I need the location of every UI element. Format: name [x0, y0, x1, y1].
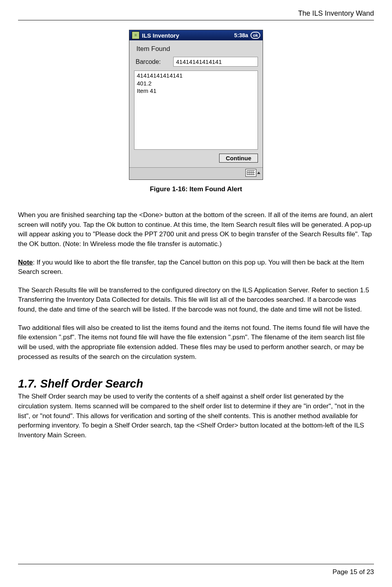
paragraph-4: Two additional files will also be create…	[18, 323, 374, 362]
figure-caption: Figure 1-16: Item Found Alert	[18, 185, 374, 193]
paragraph-1: When you are finished searching tap the …	[18, 210, 374, 249]
app-name: ILS Inventory	[142, 32, 234, 39]
footer-rule	[18, 564, 374, 564]
barcode-field[interactable]: 41414141414141	[173, 57, 258, 67]
footer: Page 15 of 23	[18, 564, 374, 576]
barcode-row: Barcode: 41414141414141	[132, 57, 260, 71]
device-body: Item Found Barcode: 41414141414141 41414…	[129, 40, 263, 167]
ok-button[interactable]: ok	[250, 32, 260, 39]
paragraph-3: The Search Results file will be transfer…	[18, 286, 374, 315]
app-icon: ≡	[132, 31, 140, 39]
barcode-label: Barcode:	[134, 58, 173, 65]
note-label: Note	[18, 259, 33, 266]
device-titlebar: ≡ ILS Inventory 5:38a ok	[129, 30, 263, 40]
section-body: The Shelf Order search may be used to ve…	[18, 392, 374, 440]
page: The ILS Inventory Wand ≡ ILS Inventory 5…	[0, 0, 392, 587]
running-header: The ILS Inventory Wand	[18, 9, 374, 18]
device-screenshot: ≡ ILS Inventory 5:38a ok Item Found Barc…	[18, 30, 374, 193]
header-rule	[18, 20, 374, 20]
body-text: When you are finished searching tap the …	[18, 210, 374, 440]
result-box: 41414141414141 401.2 Item 41	[134, 71, 258, 150]
continue-button[interactable]: Continue	[219, 154, 258, 163]
note-body: : If you would like to abort the file tr…	[18, 259, 364, 276]
button-row: Continue	[132, 150, 260, 165]
sip-bar	[129, 167, 263, 179]
device-frame: ≡ ILS Inventory 5:38a ok Item Found Barc…	[129, 30, 263, 180]
keyboard-icon[interactable]	[245, 169, 256, 177]
page-number: Page 15 of 23	[18, 568, 374, 576]
paragraph-note: Note: If you would like to abort the fil…	[18, 258, 374, 277]
panel-heading: Item Found	[132, 43, 260, 57]
clock-time: 5:38a	[234, 32, 248, 38]
chevron-up-icon[interactable]	[257, 172, 260, 174]
section-heading: 1.7. Shelf Order Search	[18, 377, 374, 390]
